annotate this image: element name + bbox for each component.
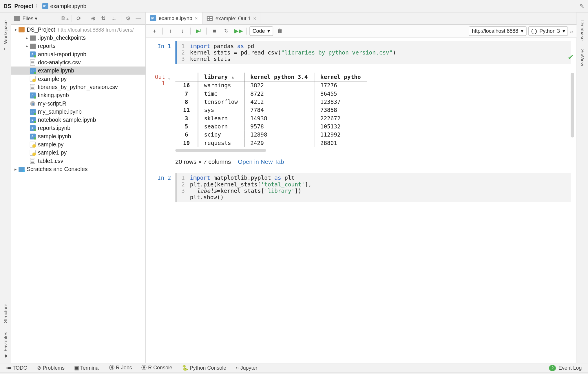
select-opened-icon[interactable]: ⊕ (89, 14, 98, 23)
editor-tabs: IPexample.ipynb×example: Out 1× (146, 12, 577, 25)
tool-eventlog[interactable]: Event Log (558, 365, 582, 371)
tool-database[interactable]: Database (580, 16, 585, 45)
column-header[interactable] (175, 72, 198, 81)
run-cell-button[interactable]: ▶I (193, 26, 204, 36)
restart-button[interactable]: ↻ (221, 26, 232, 36)
collapse-all-icon[interactable]: ≑ (109, 14, 118, 23)
table-row[interactable]: 11sys778473858 (175, 106, 367, 114)
tool-terminal[interactable]: ▣ Terminal (74, 365, 100, 371)
table-row[interactable]: 7time872286455 (175, 89, 367, 97)
ipynb-icon: IP (29, 117, 36, 124)
editor-tab[interactable]: example: Out 1× (202, 12, 261, 24)
move-down-button[interactable]: ↓ (177, 26, 188, 36)
tool-favorites[interactable]: ★Favorites (3, 327, 8, 363)
editor-tab[interactable]: IPexample.ipynb× (146, 12, 203, 24)
tree-item[interactable]: doc-analytics.csv (11, 58, 145, 66)
tool-workspace[interactable]: 🗀Workspace (3, 16, 8, 55)
cell-label: In 1 (152, 41, 175, 64)
tool-todo[interactable]: ≔ TODO (6, 365, 28, 371)
tree-item[interactable]: Rmy-script.R (11, 99, 145, 108)
table-row[interactable]: 19requests242928801 (175, 139, 367, 147)
tree-item[interactable]: ▸.ipynb_checkpoints (11, 34, 145, 42)
tree-item[interactable]: IPmy_sample.ipynb (11, 108, 145, 116)
tree-item[interactable]: IPsample.ipynb (11, 132, 145, 140)
svg-rect-54 (208, 19, 209, 20)
r-icon: R (29, 100, 36, 107)
project-view-selector[interactable]: Files ▾ (22, 15, 37, 21)
new-file-icon[interactable]: 🗎₊ (61, 14, 69, 23)
hide-panel-icon[interactable]: — (134, 14, 143, 23)
server-selector[interactable]: http://localhost:8888 ▾ (469, 26, 527, 36)
code-editor[interactable]: 123 import matplotlib.pyplot as plt plt.… (175, 173, 571, 202)
dataframe-output[interactable]: ⋮ library ▴kernel_python 3.4kernel_pytho… (175, 72, 571, 152)
chevron-icon[interactable]: ▸ (24, 35, 29, 40)
tool-problems[interactable]: ⊘ Problems (37, 365, 65, 371)
refresh-icon[interactable]: ⟳ (75, 14, 83, 23)
close-icon[interactable]: × (195, 15, 198, 21)
ipynb-icon: IP (29, 125, 36, 132)
more-icon[interactable]: » (570, 28, 573, 35)
collapse-output-icon[interactable]: ⌄ (167, 73, 171, 80)
close-icon[interactable]: × (253, 15, 256, 21)
chevron-right-icon[interactable]: ▸ (13, 167, 18, 171)
column-header[interactable]: kernel_python 3.4 (244, 72, 314, 81)
edit-icon[interactable]: ✎ (580, 3, 584, 9)
cell-in-2[interactable]: In 2 123 import matplotlib.pyplot as plt… (152, 173, 570, 202)
delete-cell-button[interactable]: 🗑 (275, 26, 285, 36)
tree-item[interactable]: table1.csv (11, 157, 145, 165)
tree-scratches[interactable]: ▸ Scratches and Consoles (11, 165, 145, 173)
tree-item[interactable]: example.py (11, 75, 145, 83)
svg-rect-55 (210, 19, 212, 20)
tool-pyconsole[interactable]: 🐍 Python Console (182, 365, 227, 371)
tree-item[interactable]: libraries_by_python_version.csv (11, 83, 145, 91)
tree-item[interactable]: IPlinking.ipynb (11, 91, 145, 99)
tree-item[interactable]: ▸reports (11, 42, 145, 50)
tool-rconsole[interactable]: Ⓡ R Console (141, 364, 172, 371)
table-row[interactable]: 5seaborn9578105132 (175, 122, 367, 130)
py-icon (29, 141, 36, 148)
breadcrumb-project[interactable]: DS_Project (3, 3, 33, 9)
horizontal-scrollbar[interactable] (175, 149, 266, 152)
svg-point-40 (32, 144, 36, 148)
breadcrumb-file[interactable]: IP example.ipynb (43, 3, 87, 9)
chevron-icon[interactable]: ▸ (24, 43, 29, 48)
vertical-scrollbar[interactable] (571, 72, 574, 137)
tree-item[interactable]: sample1.py (11, 149, 145, 157)
svg-rect-53 (210, 17, 212, 18)
inspection-ok-icon[interactable]: ✔ (567, 53, 573, 61)
tree-root[interactable]: ▾ DS_Project http://localhost:8888 from … (11, 26, 145, 34)
cell-out-1: Out 1⌄ ⋮ library ▴kernel_python 3.4kerne… (152, 72, 570, 165)
notebook-body[interactable]: ✔ In 1 123 import pandas as pd kernel_st… (146, 38, 577, 363)
tool-structure[interactable]: Structure (3, 299, 8, 327)
settings-icon[interactable]: ⚙ (124, 14, 133, 23)
svg-rect-3 (19, 27, 25, 32)
column-header[interactable]: kernel_pytho (314, 72, 367, 81)
project-tree[interactable]: ▾ DS_Project http://localhost:8888 from … (11, 25, 145, 363)
table-row[interactable]: 16warnings382237276 (175, 81, 367, 89)
kernel-selector[interactable]: ◯ Python 3 ▾ (528, 26, 568, 36)
column-header[interactable]: library ▴ (198, 72, 244, 81)
chevron-down-icon[interactable]: ▾ (13, 27, 18, 32)
cell-in-1[interactable]: In 1 123 import pandas as pd kernel_stat… (152, 41, 570, 64)
tree-item[interactable]: sample.py (11, 140, 145, 148)
move-up-button[interactable]: ↑ (165, 26, 176, 36)
tool-jupyter[interactable]: ○ Jupyter (236, 365, 257, 371)
csv-icon (29, 59, 36, 66)
tool-sciview[interactable]: SciView (580, 45, 585, 70)
open-in-new-tab-link[interactable]: Open in New Tab (238, 158, 284, 165)
py-icon (29, 75, 36, 82)
add-cell-button[interactable]: ＋ (149, 26, 160, 36)
table-row[interactable]: 6scipy12898112992 (175, 130, 367, 139)
table-row[interactable]: 8tensorflow4212123837 (175, 98, 367, 106)
run-all-button[interactable]: ▶▶ (233, 26, 244, 36)
cell-type-selector[interactable]: Code ▾ (249, 26, 273, 36)
stop-button[interactable]: ■ (209, 26, 220, 36)
tool-rjobs[interactable]: Ⓡ R Jobs (109, 364, 132, 371)
tree-item[interactable]: IPnotebook-sample.ipynb (11, 116, 145, 124)
tree-item[interactable]: IPexample.ipynb (11, 66, 145, 75)
tree-item[interactable]: IPreports.ipynb (11, 124, 145, 132)
expand-all-icon[interactable]: ⇅ (99, 14, 108, 23)
code-editor[interactable]: 123 import pandas as pd kernel_stats = p… (175, 41, 571, 64)
tree-item[interactable]: IPannual-report.ipynb (11, 50, 145, 58)
table-row[interactable]: 3sklearn14938222672 (175, 114, 367, 122)
